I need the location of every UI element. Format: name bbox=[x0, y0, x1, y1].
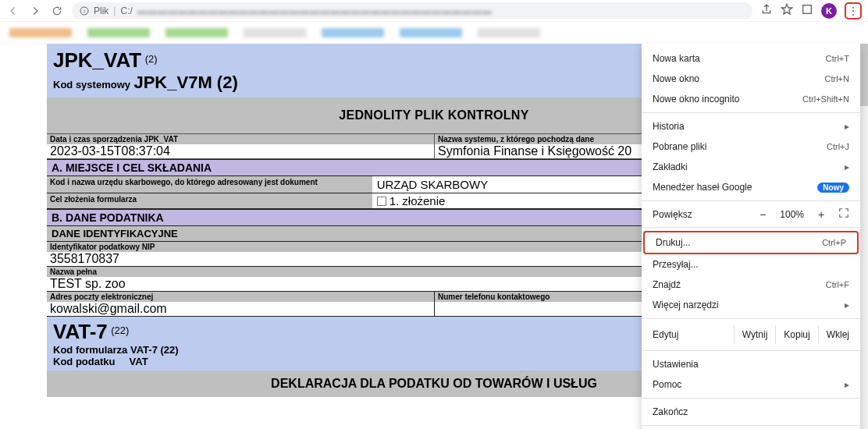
bookmark-bar bbox=[0, 22, 868, 44]
menu-help[interactable]: Pomoc▸ bbox=[642, 374, 860, 395]
cel-checkbox[interactable] bbox=[377, 197, 386, 206]
urzad-label: Kod i nazwa urzędu skarbowego, do któreg… bbox=[47, 176, 372, 193]
kod-sys-val: JPK_V7M (2) bbox=[133, 73, 237, 92]
file-info-icon: i bbox=[80, 6, 89, 16]
page-viewport: JPK_VAT (2) Kod systemowy JPK_V7M (2) JE… bbox=[0, 44, 868, 429]
cel-label: Cel złożenia formularza bbox=[47, 193, 372, 208]
menu-new-window[interactable]: Nowe oknoCtrl+N bbox=[642, 69, 860, 89]
menu-downloads[interactable]: Pobrane plikiCtrl+J bbox=[642, 136, 860, 157]
zoom-in-button[interactable]: + bbox=[815, 208, 827, 221]
menu-paste[interactable]: Wklej bbox=[818, 325, 857, 344]
data-label: Data i czas sporządzenia JPK_VAT bbox=[47, 134, 434, 144]
menu-cast[interactable]: Przesyłaj... bbox=[642, 254, 860, 275]
addr-path: C:/ bbox=[120, 5, 132, 16]
vat7-rev: (22) bbox=[111, 324, 129, 336]
jpk-title: JPK_VAT bbox=[53, 48, 141, 72]
menu-new-tab[interactable]: Nowa kartaCtrl+T bbox=[642, 48, 860, 69]
extension-icon[interactable] bbox=[801, 3, 813, 19]
menu-exit[interactable]: Zakończ bbox=[642, 402, 860, 422]
menu-copy[interactable]: Kopiuj bbox=[775, 325, 817, 344]
vat7-title: VAT-7 bbox=[53, 320, 108, 343]
reload-button[interactable] bbox=[50, 4, 64, 18]
zoom-out-button[interactable]: − bbox=[756, 208, 769, 221]
svg-text:i: i bbox=[84, 8, 85, 13]
star-icon[interactable] bbox=[781, 3, 793, 19]
data-value: 2023-03-15T08:37:04 bbox=[47, 144, 434, 158]
addr-blurred: ▬▬▬▬▬▬▬▬▬▬▬▬▬▬▬▬▬▬▬▬▬▬▬▬▬▬▬▬▬▬▬▬▬▬▬ bbox=[137, 5, 745, 16]
address-bar[interactable]: i Plik | C:/ ▬▬▬▬▬▬▬▬▬▬▬▬▬▬▬▬▬▬▬▬▬▬▬▬▬▬▬… bbox=[72, 2, 752, 20]
kod-form-val: VAT-7 (22) bbox=[130, 344, 179, 356]
kod-pod-label: Kod podatku bbox=[53, 356, 115, 367]
menu-settings[interactable]: Ustawienia bbox=[642, 354, 860, 374]
menu-passwords[interactable]: Menedżer haseł GoogleNowy bbox=[642, 177, 860, 197]
zoom-value: 100% bbox=[780, 209, 804, 220]
kod-form-label: Kod formularza bbox=[53, 344, 127, 356]
menu-cut[interactable]: Wytnij bbox=[734, 325, 776, 344]
forward-button[interactable] bbox=[28, 4, 42, 18]
back-button[interactable] bbox=[6, 4, 20, 18]
menu-edit: Edytuj Wytnij Kopiuj Wklej bbox=[642, 322, 860, 347]
jpk-rev: (2) bbox=[145, 53, 158, 65]
kod-sys-label: Kod systemowy bbox=[53, 79, 130, 90]
menu-find[interactable]: ZnajdźCtrl+F bbox=[642, 275, 860, 295]
menu-history[interactable]: Historia▸ bbox=[642, 116, 860, 136]
menu-zoom: Powiększ − 100% + bbox=[642, 204, 860, 224]
addr-prefix: Plik bbox=[94, 5, 108, 16]
menu-bookmarks[interactable]: Zakładki▸ bbox=[642, 157, 860, 177]
browser-menu: Nowa kartaCtrl+T Nowe oknoCtrl+N Nowe ok… bbox=[642, 44, 860, 429]
browser-toolbar: i Plik | C:/ ▬▬▬▬▬▬▬▬▬▬▬▬▬▬▬▬▬▬▬▬▬▬▬▬▬▬▬… bbox=[0, 0, 868, 22]
new-badge: Nowy bbox=[817, 183, 849, 193]
menu-print[interactable]: Drukuj...Ctrl+P bbox=[643, 231, 859, 254]
email-value: kowalski@gmail.com bbox=[47, 302, 434, 316]
menu-incognito[interactable]: Nowe okno incognitoCtrl+Shift+N bbox=[642, 89, 860, 109]
email-label: Adres poczty elektronicznej bbox=[47, 292, 434, 302]
share-icon[interactable] bbox=[760, 3, 773, 19]
browser-menu-button[interactable]: ⋮ bbox=[845, 2, 862, 20]
kod-pod-val: VAT bbox=[130, 356, 148, 367]
fullscreen-icon[interactable] bbox=[838, 207, 849, 221]
menu-more-tools[interactable]: Więcej narzędzi▸ bbox=[642, 295, 860, 315]
svg-rect-2 bbox=[803, 5, 812, 13]
profile-avatar[interactable]: K bbox=[821, 3, 837, 19]
cel-value: 1. złożenie bbox=[390, 194, 446, 207]
